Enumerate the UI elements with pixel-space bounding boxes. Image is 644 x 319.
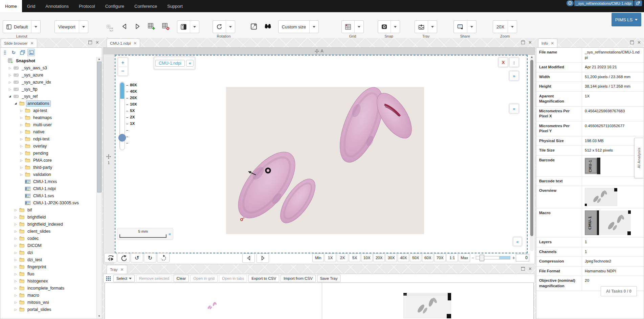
- expander-closed-icon[interactable]: ▷: [20, 152, 25, 155]
- tray-button-export-to-csv[interactable]: Export to CSV: [248, 275, 279, 282]
- tray-grid-icon[interactable]: [105, 276, 112, 281]
- tree-item-CMU-1.ndpi[interactable]: CMU-1.ndpi: [0, 185, 96, 192]
- expander-open-icon[interactable]: ◢: [9, 95, 14, 98]
- expander-closed-icon[interactable]: ▷: [15, 258, 19, 261]
- scroll-up-icon[interactable]: ▲: [530, 55, 534, 59]
- add-to-grid-button[interactable]: [147, 20, 157, 32]
- detach-icon[interactable]: [634, 0, 642, 6]
- zoom-preset-5x[interactable]: 5X: [349, 253, 360, 262]
- rotation-minus-button[interactable]: -: [472, 255, 474, 260]
- custom-size-button[interactable]: Custom size: [278, 20, 319, 33]
- magnification-tick-label[interactable]: 5X: [130, 109, 135, 113]
- tree-item-_sys_aws_s3[interactable]: ▷_sys_aws_s3: [0, 64, 96, 71]
- restore-panel-icon[interactable]: [521, 41, 525, 44]
- rotation-button[interactable]: [213, 20, 235, 33]
- tree-item-histogenex[interactable]: ▷histogenex: [0, 277, 96, 284]
- account-menu-button[interactable]: PIMS LS: [612, 13, 641, 26]
- vertical-resize-button[interactable]: ↕: [509, 58, 519, 67]
- collapse-plate-button[interactable]: «: [186, 60, 194, 67]
- zoom-preset-max[interactable]: Max: [459, 253, 470, 262]
- expander-closed-icon[interactable]: ▷: [20, 166, 25, 169]
- rotate-ccw-button[interactable]: ↺: [131, 253, 143, 263]
- zoom-out-button[interactable]: −: [119, 67, 127, 75]
- tab-slide-browser[interactable]: Slide browser ✕: [1, 39, 37, 47]
- tree-item-overlay[interactable]: ▷overlay: [0, 142, 96, 150]
- expander-closed-icon[interactable]: ▷: [20, 123, 25, 127]
- magnification-tick-label[interactable]: 2X: [130, 115, 135, 119]
- grid-button[interactable]: [341, 20, 364, 33]
- expand-right-button[interactable]: »: [509, 71, 519, 81]
- collapse-right-button[interactable]: «: [509, 104, 519, 113]
- pan-icon[interactable]: [106, 154, 111, 159]
- zoom-preset-40x[interactable]: 40X: [398, 253, 409, 262]
- layout-button[interactable]: Default: [3, 20, 41, 33]
- restore-panel-icon[interactable]: [521, 267, 525, 271]
- tree-item-dzi[interactable]: ▷dzi: [0, 249, 96, 256]
- zoom-preset-60x[interactable]: 60X: [422, 253, 434, 262]
- expander-closed-icon[interactable]: ▷: [15, 294, 19, 297]
- snap-button[interactable]: [378, 20, 400, 33]
- close-panel-icon[interactable]: ✕: [637, 41, 641, 44]
- flip-horizontal-button[interactable]: [104, 253, 117, 263]
- tree-item-validation[interactable]: ▷validation: [0, 171, 96, 178]
- tree-item-DICOM[interactable]: ▷DICOM: [0, 242, 96, 249]
- tree-item-third-party[interactable]: ▷third-party: [0, 164, 96, 171]
- drag-handle-icon[interactable]: [1, 49, 8, 56]
- ai-tasks-button[interactable]: AI Tasks 0 / 0: [601, 286, 637, 296]
- tree-item-CMU-1.mrxs[interactable]: CMU-1.mrxs: [0, 178, 96, 185]
- zoom-preset-10x[interactable]: 10X: [361, 253, 373, 262]
- viewport-header-bar[interactable]: A: [104, 48, 535, 55]
- tree-item-heatmaps[interactable]: ▷heatmaps: [0, 114, 96, 121]
- close-icon[interactable]: ✕: [30, 41, 34, 45]
- rotation-plus-button[interactable]: +: [512, 255, 515, 260]
- slide-viewport[interactable]: + − CMU-1.ndpi « 80X40X20X10X5X2X1X: [115, 55, 528, 253]
- info-icon[interactable]: ⓘ: [567, 0, 574, 6]
- scroll-down-icon[interactable]: ▼: [97, 314, 102, 318]
- tab-info[interactable]: Info ✕: [538, 39, 557, 47]
- tray-item[interactable]: [105, 283, 322, 319]
- close-panel-icon[interactable]: ✕: [528, 41, 532, 44]
- tree-item-client_slides[interactable]: ▷client_slides: [0, 228, 96, 235]
- sidebar-scrollbar[interactable]: ▲ ▼: [96, 57, 102, 318]
- tree-item-annotations[interactable]: ◢annotations: [0, 100, 96, 107]
- grid-dropdown[interactable]: [354, 21, 363, 33]
- expander-closed-icon[interactable]: ▷: [9, 73, 14, 77]
- zoom-preset-70x[interactable]: 70X: [434, 253, 446, 262]
- tree-item-Snapshot[interactable]: Snapshot: [0, 57, 96, 64]
- scrollbar-thumb[interactable]: [530, 60, 533, 236]
- expander-closed-icon[interactable]: ▷: [20, 159, 25, 162]
- menu-item-home[interactable]: Home: [0, 0, 22, 12]
- histology-slide-image[interactable]: [226, 87, 424, 234]
- zoom-preset-50x[interactable]: 50X: [410, 253, 421, 262]
- tray-button-clear[interactable]: Clear: [174, 275, 189, 282]
- magnification-tick-label[interactable]: 80X: [130, 83, 137, 87]
- zoom-preset-1-1[interactable]: 1:1: [446, 253, 458, 262]
- tree-item-CMU-1.svs[interactable]: CMU-1.svs: [0, 192, 96, 199]
- tray-button-save-tray[interactable]: Save Tray: [317, 275, 341, 282]
- zoom-preset-2x[interactable]: 2X: [337, 253, 348, 262]
- thumbnails-view-icon[interactable]: [27, 49, 35, 56]
- tray-item[interactable]: [322, 283, 533, 319]
- expander-closed-icon[interactable]: ▷: [15, 287, 19, 290]
- custom-size-dropdown[interactable]: [309, 21, 318, 33]
- expander-closed-icon[interactable]: ▷: [9, 81, 14, 84]
- share-dropdown[interactable]: [467, 21, 476, 33]
- menu-item-annotations[interactable]: Annotations: [40, 0, 74, 12]
- zoom-in-button[interactable]: +: [119, 59, 127, 67]
- tray-dropdown[interactable]: [428, 21, 437, 33]
- close-viewport-button[interactable]: X: [498, 58, 508, 67]
- tree-item-_sys_ref[interactable]: ◢_sys_ref: [0, 93, 96, 100]
- tree-item-CMU-1-JP2K-33005.svs[interactable]: CMU-1-JP2K-33005.svs: [0, 199, 96, 206]
- tab-tray[interactable]: Tray ✕: [107, 265, 127, 274]
- rotation-dropdown[interactable]: [226, 21, 235, 33]
- viewer-scrollbar[interactable]: ▲: [530, 55, 534, 251]
- tree-item-native[interactable]: ▷native: [0, 128, 96, 135]
- tray-button-select[interactable]: Select: [113, 275, 135, 282]
- tree-item-_sys_azure_idx[interactable]: ▷_sys_azure_idx: [0, 78, 96, 86]
- tree-item-brightfield_indexed[interactable]: ▷brightfield_indexed: [0, 221, 96, 228]
- close-icon[interactable]: ✕: [120, 268, 124, 272]
- menu-item-conference[interactable]: Conference: [129, 0, 162, 12]
- magnifier-compare-button[interactable]: [262, 20, 273, 32]
- menu-item-grid[interactable]: Grid: [22, 0, 41, 12]
- expander-closed-icon[interactable]: ▷: [15, 237, 19, 240]
